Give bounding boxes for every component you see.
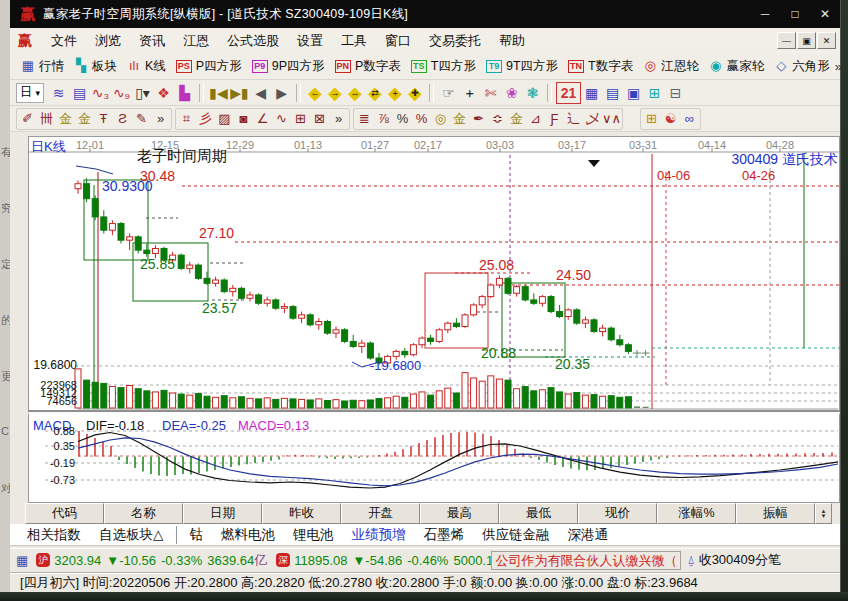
gann-line-icon[interactable]: 乄	[583, 109, 602, 129]
infinity-icon[interactable]: ∞	[680, 109, 699, 129]
tab-1[interactable]: 自选板块△	[90, 526, 172, 544]
toolbar-winner-wheel[interactable]: ◉赢家轮	[704, 57, 770, 76]
ma9-icon[interactable]: ∿₉	[111, 83, 132, 103]
ma3-icon[interactable]: ∿₃	[90, 83, 111, 103]
notes-icon[interactable]: ▤	[602, 83, 623, 103]
rail1-icon[interactable]: 卌	[37, 109, 56, 129]
menu-item-4[interactable]: 公式选股	[218, 30, 288, 52]
tick-feed-label[interactable]: 收300409分笔	[699, 551, 781, 569]
print-icon[interactable]: ⊟	[665, 83, 686, 103]
toolbar-hexagon[interactable]: ◇六角形	[769, 57, 835, 76]
menu-item-8[interactable]: 交易委托	[420, 30, 490, 52]
more1-icon[interactable]: »	[151, 109, 170, 129]
s-rail-icon[interactable]: Ƨ	[113, 109, 132, 129]
toolbar-gann-wheel[interactable]: ◎江恩轮	[638, 57, 704, 76]
grid-a-icon[interactable]: ⊞	[291, 109, 310, 129]
column-header-6[interactable]: 最低	[499, 503, 578, 524]
maximize-button[interactable]: □	[780, 0, 810, 28]
menu-item-5[interactable]: 设置	[288, 30, 332, 52]
gold-band-icon[interactable]: 金	[507, 109, 526, 129]
column-header-0[interactable]: 代码	[25, 503, 104, 524]
grid-toggle-icon[interactable]: ⊞	[642, 109, 661, 129]
crosshair-icon[interactable]: ＋	[459, 83, 480, 103]
menu-item-9[interactable]: 帮助	[490, 30, 534, 52]
toolbar-kline[interactable]: ılıK线	[122, 57, 171, 76]
angle-lines-icon[interactable]: ∠	[253, 109, 272, 129]
prev-icon[interactable]: ◀	[250, 83, 271, 103]
column-header-4[interactable]: 开盘	[341, 503, 420, 524]
calculator-icon[interactable]: ▦	[581, 83, 602, 103]
move-icon[interactable]: ◆✚	[405, 83, 425, 103]
menu-item-6[interactable]: 工具	[332, 30, 376, 52]
f-line-icon[interactable]: Ƒ	[545, 109, 564, 129]
minimize-button[interactable]: ─	[750, 0, 780, 28]
compress-icon[interactable]: ◆＋	[385, 83, 405, 103]
column-header-9[interactable]: 振幅	[736, 503, 815, 524]
tab-6[interactable]: 石墨烯	[414, 526, 473, 544]
wave-style-icon[interactable]: ≋	[48, 83, 69, 103]
gold-circle-icon[interactable]: ◎	[431, 109, 450, 129]
menu-item-7[interactable]: 窗口	[376, 30, 420, 52]
mdi-minimize-button[interactable]: —	[777, 32, 796, 49]
menu-item-0[interactable]: 文件	[42, 30, 86, 52]
fan-lines-icon[interactable]: 彡	[196, 109, 215, 129]
arrow-pen-icon[interactable]: ✒	[469, 109, 488, 129]
mdi-restore-button[interactable]: ▣	[797, 32, 816, 49]
column-header-7[interactable]: 现价	[578, 503, 657, 524]
next-icon[interactable]: ▶	[271, 83, 292, 103]
cloud-tool-icon[interactable]: ❃	[522, 83, 543, 103]
zoom-both-icon[interactable]: ◆↔	[345, 83, 365, 103]
tab-7[interactable]: 供应链金融	[473, 526, 559, 544]
pen-tool-icon[interactable]: ✐	[18, 109, 37, 129]
toolbar-9t-square[interactable]: T99T四方形	[481, 57, 563, 76]
tab-2[interactable]: 钴	[176, 526, 212, 544]
news-marquee[interactable]: 公司作为有限合伙人认缴兴微（	[491, 551, 681, 570]
band-icon[interactable]: ≎	[488, 109, 507, 129]
mdi-close-button[interactable]: ✕	[817, 32, 836, 49]
swap-icon[interactable]: ◆⇄	[365, 83, 385, 103]
gold-level-icon[interactable]: 金	[450, 109, 469, 129]
hand-tool-icon[interactable]: ☞	[438, 83, 459, 103]
flower-tool-icon[interactable]: ❀	[501, 83, 522, 103]
cut-icon[interactable]: ✄	[480, 83, 501, 103]
circle-fan-icon[interactable]: ◙	[234, 109, 253, 129]
toolbar-p-square[interactable]: PSP四方形	[171, 57, 247, 76]
close-button[interactable]: ✕	[810, 0, 840, 28]
fib-icon[interactable]: ⅞	[374, 109, 393, 129]
more2-icon[interactable]: »	[329, 109, 348, 129]
taiji-icon[interactable]: ☯	[661, 109, 680, 129]
period-select[interactable]: 日▾	[16, 83, 44, 103]
tab-0[interactable]: 相关指数	[18, 526, 90, 544]
gold-rail2-icon[interactable]: 金	[75, 109, 94, 129]
speed-line-icon[interactable]: 辶	[564, 109, 583, 129]
column-header-8[interactable]: 涨幅%	[657, 503, 736, 524]
tab-4[interactable]: 锂电池	[284, 526, 343, 544]
toolbar-t-number[interactable]: TNT数字表	[563, 57, 638, 76]
column-header-2[interactable]: 日期	[183, 503, 262, 524]
f-rail-icon[interactable]: Ŧ	[94, 109, 113, 129]
calendar-icon[interactable]: 21	[556, 82, 581, 104]
zoom-right-icon[interactable]: ◆→	[325, 83, 345, 103]
net-icon[interactable]: ⊞	[644, 83, 665, 103]
gold-rail1-icon[interactable]: 金	[56, 109, 75, 129]
frame-tool-icon[interactable]: ⌗	[177, 109, 196, 129]
toolbar-9p-square[interactable]: P99P四方形	[247, 57, 330, 76]
last-page-icon[interactable]: ▶▮	[229, 83, 250, 103]
column-header-3[interactable]: 昨收	[262, 503, 341, 524]
toolbar-p-number[interactable]: PNP数字表	[330, 57, 406, 76]
grid-b-icon[interactable]: ⊠	[310, 109, 329, 129]
toolbar-sectors[interactable]: ▚板块	[69, 57, 122, 76]
percent-icon[interactable]: %	[393, 109, 412, 129]
quote-list-icon[interactable]: ▦	[16, 553, 28, 568]
menu-item-3[interactable]: 江恩	[174, 30, 218, 52]
kline-chart[interactable]: 12-0112-1512-2901-1301-2702-1703-0303-17…	[28, 136, 840, 503]
pattern-icon[interactable]: ❖	[153, 83, 174, 103]
first-page-icon[interactable]: ▮◀	[208, 83, 229, 103]
column-header-1[interactable]: 名称	[104, 503, 183, 524]
toolbar-overflow-button[interactable]: »	[835, 59, 848, 74]
tab-5[interactable]: 业绩预增	[342, 526, 414, 544]
header-spinner[interactable]: ▲▼	[815, 503, 832, 524]
j-line-icon[interactable]: ⊿	[526, 109, 545, 129]
save-icon[interactable]: ▣	[623, 83, 644, 103]
menu-item-2[interactable]: 资讯	[130, 30, 174, 52]
